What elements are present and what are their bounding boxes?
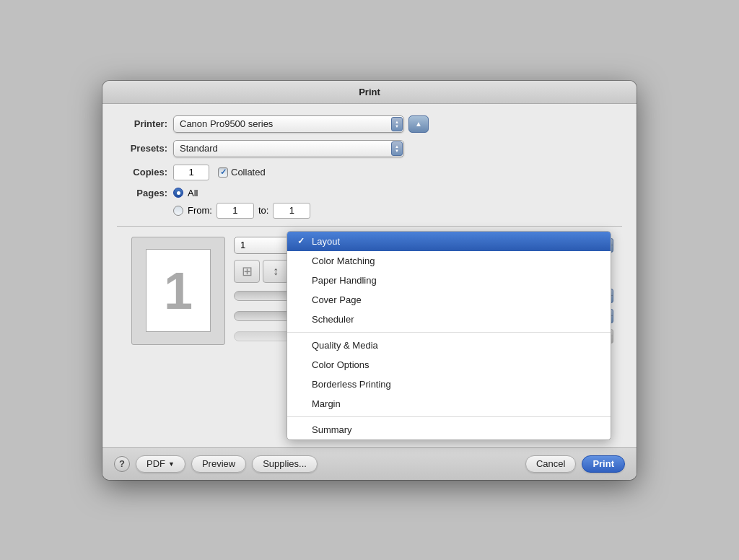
copies-row: Copies: 1 Collated (117, 165, 622, 180)
dropdown-separator-2 (287, 416, 611, 417)
cancel-label: Cancel (536, 458, 565, 469)
copies-input[interactable]: 1 (173, 165, 209, 180)
print-button[interactable]: Print (582, 455, 625, 473)
printer-expand-button[interactable]: ▲ (408, 115, 429, 133)
dropdown-item-color-matching[interactable]: Color Matching (287, 251, 611, 271)
dropdown-item-quality-media-label: Quality & Media (312, 340, 378, 351)
pages-from-input[interactable] (217, 203, 254, 219)
page-order-btn-1[interactable]: ⊞ (234, 260, 260, 283)
preview-button[interactable]: Preview (191, 455, 246, 473)
pdf-label: PDF (147, 458, 165, 469)
dropdown-item-paper-handling-label: Paper Handling (312, 275, 377, 286)
dropdown-item-summary[interactable]: Summary (287, 420, 611, 439)
preview-section: 1 (117, 231, 225, 447)
collated-label: Collated (218, 167, 266, 178)
printer-label: Printer: (117, 118, 167, 129)
collated-checkbox[interactable] (218, 167, 228, 178)
dropdown-item-layout-label: Layout (312, 236, 340, 247)
dropdown-item-cover-page-label: Cover Page (312, 294, 362, 305)
help-button[interactable]: ? (114, 456, 130, 472)
dropdown-item-summary-label: Summary (312, 424, 352, 435)
dialog-body: Printer: Canon Pro9500 series ▲ Presets:… (102, 104, 637, 447)
preview-label: Preview (202, 458, 235, 469)
dropdown-separator-1 (287, 332, 611, 333)
printer-select-wrapper: Canon Pro9500 series ▲ (173, 115, 429, 133)
presets-select-container: Standard (173, 140, 404, 157)
dropdown-item-paper-handling[interactable]: Paper Handling (287, 271, 611, 290)
pdf-button[interactable]: PDF ▼ (136, 455, 185, 473)
printer-row: Printer: Canon Pro9500 series ▲ (117, 115, 622, 133)
preview-box: 1 (131, 237, 225, 345)
dropdown-item-color-matching-label: Color Matching (312, 255, 375, 266)
dropdown-item-scheduler-label: Scheduler (312, 314, 354, 325)
pages-from-label: From: (188, 205, 212, 216)
footer-bar: ? PDF ▼ Preview Supplies... Cancel Print (102, 447, 637, 480)
divider-1 (117, 226, 622, 227)
pages-from-row: From: to: (173, 203, 622, 219)
supplies-label: Supplies... (263, 458, 307, 469)
cancel-button[interactable]: Cancel (525, 455, 576, 473)
presets-row: Presets: Standard (117, 140, 622, 157)
pdf-arrow-icon: ▼ (168, 460, 175, 468)
dialog-title: Print (359, 87, 380, 97)
dropdown-item-margin[interactable]: Margin (287, 394, 611, 414)
pages-all-label: All (188, 188, 198, 198)
layout-dropdown: ✓ Layout Color Matching Paper Handling C… (287, 231, 611, 440)
presets-select[interactable]: Standard (173, 140, 404, 157)
pages-all-row: Pages: All (117, 188, 622, 198)
dropdown-item-color-options[interactable]: Color Options (287, 355, 611, 375)
dropdown-item-borderless-printing[interactable]: Borderless Printing (287, 375, 611, 394)
dropdown-item-margin-label: Margin (312, 398, 341, 409)
dropdown-item-cover-page[interactable]: Cover Page (287, 290, 611, 310)
pages-to-input[interactable] (273, 203, 310, 219)
pages-section: Pages: All From: to: (117, 188, 622, 219)
pages-label: Pages: (117, 188, 167, 198)
print-dialog: Print Printer: Canon Pro9500 series ▲ Pr… (102, 81, 637, 480)
help-label: ? (119, 458, 125, 469)
collated-text: Collated (231, 167, 266, 178)
dropdown-item-scheduler[interactable]: Scheduler (287, 310, 611, 329)
checkmark-layout: ✓ (297, 236, 307, 246)
dropdown-item-color-options-label: Color Options (312, 359, 369, 370)
preview-page: 1 (146, 249, 211, 332)
print-label: Print (592, 458, 614, 469)
pages-to-label: to: (258, 205, 268, 216)
printer-select-container: Canon Pro9500 series (173, 115, 404, 133)
dropdown-item-layout[interactable]: ✓ Layout (287, 232, 611, 251)
printer-select[interactable]: Canon Pro9500 series (173, 115, 404, 133)
supplies-button[interactable]: Supplies... (252, 455, 318, 473)
copies-label: Copies: (117, 167, 167, 178)
page-order-btn-2[interactable]: ↕ (263, 260, 289, 283)
preview-page-number: 1 (164, 261, 193, 320)
pages-all-radio[interactable] (173, 188, 183, 198)
pages-from-radio[interactable] (173, 206, 183, 216)
title-bar: Print (102, 81, 637, 104)
main-area: 1 1 ▲ ▼ ⊞ ↕ ↔ (117, 231, 622, 447)
dropdown-item-quality-media[interactable]: Quality & Media (287, 336, 611, 355)
presets-label: Presets: (117, 143, 167, 154)
dropdown-item-borderless-printing-label: Borderless Printing (312, 379, 391, 390)
